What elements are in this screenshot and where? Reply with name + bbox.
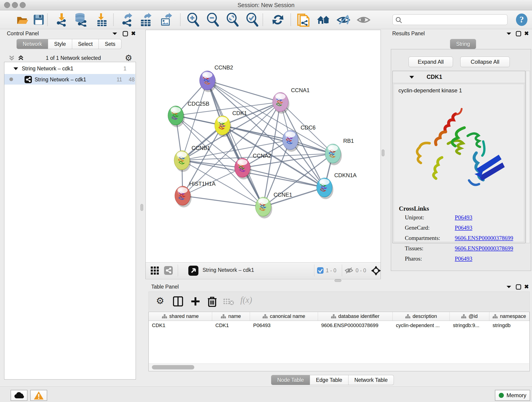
table-cell[interactable]: CDK1	[149, 321, 212, 330]
fit-selected-crosshair-icon[interactable]	[371, 265, 381, 276]
refresh-layout-button[interactable]	[271, 13, 285, 26]
table-cell[interactable]: CDK1	[212, 321, 250, 330]
network-node-RB1[interactable]: RB1	[325, 138, 354, 165]
network-options-gear-icon[interactable]: ⚙	[125, 53, 132, 63]
show-columns-icon[interactable]	[173, 296, 183, 306]
home-networks-button[interactable]	[316, 13, 330, 26]
network-share-icon[interactable]	[164, 266, 173, 275]
control-panel-close-icon[interactable]: ✖	[131, 30, 136, 37]
table-cell[interactable]: stringdb	[489, 321, 529, 330]
svg-text:?: ?	[520, 15, 524, 24]
tab-style[interactable]: Style	[48, 39, 72, 49]
column-header-shared-name[interactable]: shared name	[149, 312, 212, 321]
table-cell[interactable]: 9606.ENSP00000378699	[318, 321, 393, 330]
table-horizontal-scrollbar[interactable]	[149, 364, 529, 371]
results-panel-close-icon[interactable]: ✖	[524, 30, 529, 37]
results-tab-string[interactable]: String	[450, 39, 476, 49]
gene-expander-icon[interactable]	[409, 75, 415, 79]
network-node-CCNE1[interactable]: CCNE1	[255, 191, 292, 218]
zoom-fit-button[interactable]	[225, 13, 240, 26]
crosslink-value-link[interactable]: 9606.ENSP00000378699	[455, 245, 513, 252]
node-table[interactable]: shared nameCDK1nameCDK1canonical nameP06…	[148, 312, 530, 371]
network-node-CCNB2[interactable]: CCNB2	[200, 64, 233, 92]
search-input[interactable]	[404, 16, 506, 24]
save-session-button[interactable]	[32, 13, 46, 26]
table-settings-gear-icon[interactable]: ⚙	[156, 295, 164, 306]
network-node-HIST1H1A[interactable]: HIST1H1A	[175, 181, 215, 207]
column-header-database-identifier[interactable]: database identifier	[318, 312, 393, 321]
table-tab-node-table[interactable]: Node Table	[271, 375, 310, 385]
results-panel-float-icon[interactable]	[515, 31, 521, 38]
tab-select[interactable]: Select	[72, 39, 99, 49]
collapse-all-tree-icon[interactable]	[8, 55, 15, 62]
table-panel-close-icon[interactable]: ✖	[524, 283, 529, 290]
crosslink-value-link[interactable]: P06493	[455, 214, 472, 221]
table-panel-collapse-icon[interactable]	[506, 285, 512, 290]
control-panel-float-icon[interactable]	[122, 31, 128, 38]
crosslink-value-link[interactable]: 9606.ENSP00000378699	[455, 235, 513, 241]
zoom-out-button[interactable]	[206, 13, 220, 26]
left-splitter-handle[interactable]	[140, 204, 143, 211]
network-edge-CDKN1A-CCNE1[interactable]	[263, 187, 324, 207]
open-session-button[interactable]	[16, 13, 30, 26]
warnings-button[interactable]	[30, 390, 47, 401]
import-table-file-button[interactable]	[95, 13, 109, 26]
import-network-file-button[interactable]	[55, 13, 69, 26]
column-header-namespace[interactable]: namespace	[489, 312, 530, 321]
network-node-CDKN1A[interactable]: CDKN1A	[317, 172, 356, 199]
network-edge-CCNB1-CCNA2[interactable]	[182, 160, 242, 168]
column-header-canonical-name[interactable]: canonical name	[250, 312, 318, 321]
right-splitter-handle[interactable]	[382, 149, 385, 156]
collapse-all-button[interactable]: Collapse All	[460, 57, 510, 67]
help-button[interactable]: ?	[515, 13, 529, 26]
crosslink-value-link[interactable]: P06493	[455, 225, 472, 231]
hidden-eye-icon[interactable]	[345, 267, 353, 274]
crosslink-value-link[interactable]: P06493	[455, 255, 472, 262]
cloud-status-button[interactable]	[11, 390, 27, 401]
tab-sets[interactable]: Sets	[99, 39, 121, 49]
export-image-button[interactable]	[159, 13, 173, 26]
column-header--id[interactable]: @id	[450, 312, 489, 321]
open-in-window-icon[interactable]	[188, 266, 198, 276]
network-edge-CCNB2-CCNA1[interactable]	[207, 80, 280, 102]
memory-button[interactable]: Memory	[495, 390, 530, 401]
hide-selected-button[interactable]	[336, 13, 351, 26]
delete-column-icon[interactable]	[207, 296, 217, 307]
bottom-splitter-handle[interactable]	[335, 279, 341, 282]
column-label: @id	[469, 313, 477, 319]
zoom-in-button[interactable]	[186, 13, 200, 26]
gene-header-row[interactable]: CDK1	[393, 71, 525, 83]
tree-expander-icon[interactable]	[13, 67, 19, 71]
table-tab-network-table[interactable]: Network Table	[348, 375, 394, 385]
table-cell[interactable]: stringdb:9...	[450, 321, 489, 330]
network-canvas[interactable]: CCNB2CCNA1CDC25BCDK1CDC6RB1CCNB1CCNA2CDK…	[146, 30, 380, 262]
network-edge-CCNB2-CCNE1[interactable]	[207, 80, 263, 207]
network-collection-row[interactable]: String Network – cdk1 1	[4, 64, 135, 74]
network-view[interactable]: CCNB2CCNA1CDC25BCDK1CDC6RB1CCNB1CCNA2CDK…	[146, 30, 381, 279]
tab-network[interactable]: Network	[17, 39, 48, 49]
birdseye-grid-icon[interactable]	[151, 267, 160, 275]
results-scrollbar[interactable]	[526, 71, 530, 243]
column-header-name[interactable]: name	[212, 312, 250, 321]
zoom-selected-button[interactable]	[245, 13, 259, 26]
string-document-button[interactable]	[296, 13, 310, 26]
column-header-description[interactable]: description	[393, 312, 450, 321]
import-network-database-button[interactable]	[74, 13, 88, 26]
add-column-icon[interactable]	[190, 296, 201, 306]
network-row-selected[interactable]: String Network – cdk1 11 48	[4, 74, 135, 85]
table-cell[interactable]: P06493	[250, 321, 318, 330]
results-panel-collapse-icon[interactable]	[506, 32, 512, 37]
table-panel-float-icon[interactable]	[515, 284, 521, 291]
export-network-button[interactable]	[120, 13, 134, 26]
network-edge-HIST1H1A-CCNE1[interactable]	[183, 196, 263, 207]
scrollbar-thumb[interactable]	[152, 365, 194, 370]
export-table-button[interactable]	[139, 13, 153, 26]
network-node-CCNA1[interactable]: CCNA1	[273, 87, 310, 114]
expand-all-tree-icon[interactable]	[17, 55, 24, 62]
selected-checkbox-icon[interactable]	[317, 267, 323, 274]
expand-all-button[interactable]: Expand All	[409, 57, 453, 67]
control-panel-collapse-icon[interactable]	[112, 32, 118, 37]
show-all-button[interactable]	[356, 13, 371, 26]
table-tab-edge-table[interactable]: Edge Table	[310, 375, 348, 385]
table-cell[interactable]: cyclin-dependent ...	[393, 321, 450, 330]
